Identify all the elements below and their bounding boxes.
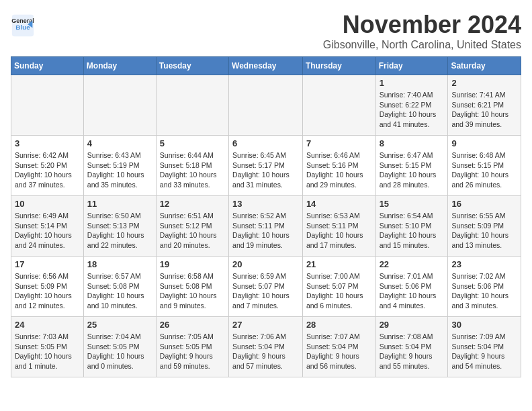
- weekday-header: Friday: [375, 57, 448, 75]
- calendar-day-cell: 3Sunrise: 6:42 AM Sunset: 5:20 PM Daylig…: [11, 136, 84, 196]
- weekday-header: Saturday: [448, 57, 521, 75]
- calendar-day-cell: 24Sunrise: 7:03 AM Sunset: 5:05 PM Dayli…: [11, 317, 84, 377]
- day-number: 7: [306, 138, 372, 148]
- location-title: Gibsonville, North Carolina, United Stat…: [323, 39, 521, 51]
- calendar-day-cell: 5Sunrise: 6:44 AM Sunset: 5:18 PM Daylig…: [156, 136, 228, 196]
- day-info: Sunrise: 6:44 AM Sunset: 5:18 PM Dayligh…: [160, 150, 225, 190]
- day-info: Sunrise: 6:55 AM Sunset: 5:09 PM Dayligh…: [451, 211, 517, 250]
- day-info: Sunrise: 7:09 AM Sunset: 5:04 PM Dayligh…: [451, 332, 517, 371]
- day-info: Sunrise: 7:40 AM Sunset: 6:22 PM Dayligh…: [380, 90, 445, 130]
- calendar-day-cell: 4Sunrise: 6:43 AM Sunset: 5:19 PM Daylig…: [83, 136, 156, 196]
- calendar-week-row: 10Sunrise: 6:49 AM Sunset: 5:14 PM Dayli…: [11, 196, 521, 257]
- day-info: Sunrise: 7:02 AM Sunset: 5:06 PM Dayligh…: [451, 271, 517, 311]
- day-info: Sunrise: 6:57 AM Sunset: 5:08 PM Dayligh…: [87, 271, 152, 311]
- calendar-day-cell: 15Sunrise: 6:54 AM Sunset: 5:10 PM Dayli…: [375, 196, 448, 257]
- title-block: November 2024 Gibsonville, North Carolin…: [323, 11, 521, 51]
- logo-icon: General Blue: [11, 13, 35, 38]
- calendar-day-cell: [156, 75, 228, 136]
- weekday-header: Sunday: [11, 57, 84, 75]
- day-info: Sunrise: 7:04 AM Sunset: 5:05 PM Dayligh…: [87, 332, 152, 371]
- day-info: Sunrise: 6:59 AM Sunset: 5:07 PM Dayligh…: [232, 271, 299, 311]
- calendar-day-cell: 11Sunrise: 6:50 AM Sunset: 5:13 PM Dayli…: [83, 196, 156, 257]
- calendar-day-cell: [11, 75, 84, 136]
- day-info: Sunrise: 6:43 AM Sunset: 5:19 PM Dayligh…: [87, 150, 152, 190]
- calendar-day-cell: 2Sunrise: 7:41 AM Sunset: 6:21 PM Daylig…: [448, 75, 521, 136]
- day-info: Sunrise: 7:05 AM Sunset: 5:05 PM Dayligh…: [160, 332, 225, 371]
- calendar-day-cell: 17Sunrise: 6:56 AM Sunset: 5:09 PM Dayli…: [11, 257, 84, 317]
- day-number: 16: [451, 199, 517, 209]
- weekday-header: Monday: [83, 57, 156, 75]
- calendar-day-cell: [229, 75, 303, 136]
- calendar-day-cell: 9Sunrise: 6:48 AM Sunset: 5:15 PM Daylig…: [448, 136, 521, 196]
- calendar-day-cell: 30Sunrise: 7:09 AM Sunset: 5:04 PM Dayli…: [448, 317, 521, 377]
- calendar-day-cell: 14Sunrise: 6:53 AM Sunset: 5:11 PM Dayli…: [302, 196, 375, 257]
- calendar-day-cell: 8Sunrise: 6:47 AM Sunset: 5:15 PM Daylig…: [375, 136, 448, 196]
- svg-text:Blue: Blue: [15, 24, 30, 31]
- day-number: 9: [451, 138, 517, 148]
- calendar-day-cell: [302, 75, 375, 136]
- day-info: Sunrise: 7:03 AM Sunset: 5:05 PM Dayligh…: [15, 332, 80, 371]
- calendar-day-cell: 1Sunrise: 7:40 AM Sunset: 6:22 PM Daylig…: [375, 75, 448, 136]
- day-number: 23: [451, 259, 517, 269]
- day-number: 4: [87, 138, 152, 148]
- day-info: Sunrise: 6:47 AM Sunset: 5:15 PM Dayligh…: [380, 150, 445, 190]
- day-number: 2: [451, 78, 517, 88]
- day-info: Sunrise: 7:00 AM Sunset: 5:07 PM Dayligh…: [306, 271, 372, 311]
- calendar-day-cell: 20Sunrise: 6:59 AM Sunset: 5:07 PM Dayli…: [229, 257, 303, 317]
- day-number: 30: [451, 320, 517, 330]
- day-number: 18: [87, 259, 152, 269]
- calendar-week-row: 24Sunrise: 7:03 AM Sunset: 5:05 PM Dayli…: [11, 317, 521, 377]
- day-info: Sunrise: 6:58 AM Sunset: 5:08 PM Dayligh…: [160, 271, 225, 311]
- calendar-body: 1Sunrise: 7:40 AM Sunset: 6:22 PM Daylig…: [11, 75, 521, 377]
- weekday-header: Thursday: [302, 57, 375, 75]
- day-number: 22: [380, 259, 445, 269]
- calendar-day-cell: 28Sunrise: 7:07 AM Sunset: 5:04 PM Dayli…: [302, 317, 375, 377]
- calendar-day-cell: 23Sunrise: 7:02 AM Sunset: 5:06 PM Dayli…: [448, 257, 521, 317]
- day-info: Sunrise: 6:52 AM Sunset: 5:11 PM Dayligh…: [232, 211, 299, 250]
- calendar-day-cell: 12Sunrise: 6:51 AM Sunset: 5:12 PM Dayli…: [156, 196, 228, 257]
- day-info: Sunrise: 6:42 AM Sunset: 5:20 PM Dayligh…: [15, 150, 80, 190]
- calendar-day-cell: 19Sunrise: 6:58 AM Sunset: 5:08 PM Dayli…: [156, 257, 228, 317]
- calendar-day-cell: [83, 75, 156, 136]
- calendar-day-cell: 26Sunrise: 7:05 AM Sunset: 5:05 PM Dayli…: [156, 317, 228, 377]
- day-number: 10: [15, 199, 80, 209]
- calendar-week-row: 17Sunrise: 6:56 AM Sunset: 5:09 PM Dayli…: [11, 257, 521, 317]
- day-info: Sunrise: 6:51 AM Sunset: 5:12 PM Dayligh…: [160, 211, 225, 250]
- day-info: Sunrise: 6:50 AM Sunset: 5:13 PM Dayligh…: [87, 211, 152, 250]
- calendar-day-cell: 27Sunrise: 7:06 AM Sunset: 5:04 PM Dayli…: [229, 317, 303, 377]
- day-number: 12: [160, 199, 225, 209]
- calendar-day-cell: 10Sunrise: 6:49 AM Sunset: 5:14 PM Dayli…: [11, 196, 84, 257]
- calendar-header: SundayMondayTuesdayWednesdayThursdayFrid…: [11, 57, 521, 75]
- day-info: Sunrise: 7:07 AM Sunset: 5:04 PM Dayligh…: [306, 332, 372, 371]
- day-number: 11: [87, 199, 152, 209]
- page-container: General Blue November 2024 Gibsonville, …: [11, 11, 521, 377]
- calendar-day-cell: 7Sunrise: 6:46 AM Sunset: 5:16 PM Daylig…: [302, 136, 375, 196]
- day-info: Sunrise: 7:08 AM Sunset: 5:04 PM Dayligh…: [380, 332, 445, 371]
- day-number: 6: [232, 138, 299, 148]
- day-number: 8: [380, 138, 445, 148]
- day-number: 27: [232, 320, 299, 330]
- day-number: 20: [232, 259, 299, 269]
- calendar-day-cell: 21Sunrise: 7:00 AM Sunset: 5:07 PM Dayli…: [302, 257, 375, 317]
- calendar-day-cell: 16Sunrise: 6:55 AM Sunset: 5:09 PM Dayli…: [448, 196, 521, 257]
- day-number: 17: [15, 259, 80, 269]
- calendar-day-cell: 25Sunrise: 7:04 AM Sunset: 5:05 PM Dayli…: [83, 317, 156, 377]
- day-info: Sunrise: 7:06 AM Sunset: 5:04 PM Dayligh…: [232, 332, 299, 371]
- day-number: 21: [306, 259, 372, 269]
- calendar-day-cell: 18Sunrise: 6:57 AM Sunset: 5:08 PM Dayli…: [83, 257, 156, 317]
- day-info: Sunrise: 6:53 AM Sunset: 5:11 PM Dayligh…: [306, 211, 372, 250]
- day-number: 26: [160, 320, 225, 330]
- day-info: Sunrise: 7:01 AM Sunset: 5:06 PM Dayligh…: [380, 271, 445, 311]
- header: General Blue November 2024 Gibsonville, …: [11, 11, 521, 51]
- logo: General Blue: [11, 13, 36, 38]
- day-number: 14: [306, 199, 372, 209]
- calendar-day-cell: 22Sunrise: 7:01 AM Sunset: 5:06 PM Dayli…: [375, 257, 448, 317]
- calendar-week-row: 3Sunrise: 6:42 AM Sunset: 5:20 PM Daylig…: [11, 136, 521, 196]
- day-number: 25: [87, 320, 152, 330]
- day-number: 29: [380, 320, 445, 330]
- day-info: Sunrise: 6:48 AM Sunset: 5:15 PM Dayligh…: [451, 150, 517, 190]
- calendar-table: SundayMondayTuesdayWednesdayThursdayFrid…: [11, 56, 521, 377]
- day-info: Sunrise: 7:41 AM Sunset: 6:21 PM Dayligh…: [451, 90, 517, 130]
- calendar-day-cell: 29Sunrise: 7:08 AM Sunset: 5:04 PM Dayli…: [375, 317, 448, 377]
- day-number: 13: [232, 199, 299, 209]
